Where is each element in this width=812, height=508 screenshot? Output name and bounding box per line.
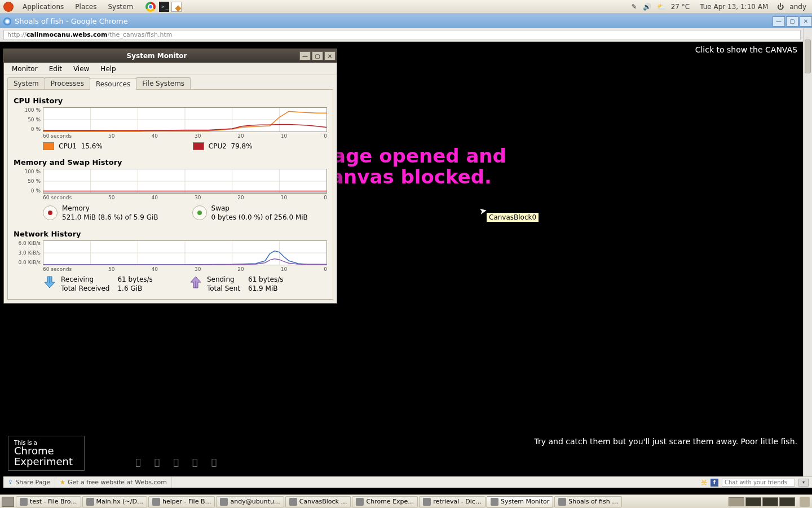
show-desktop-button[interactable] — [2, 497, 14, 507]
clock-label[interactable]: Tue Apr 13, 1:10 AM — [699, 3, 769, 11]
mem-legend: Memory521.0 MiB (8.6 %) of 5.9 GiB Swap0… — [43, 204, 327, 222]
trash-icon[interactable] — [800, 497, 810, 507]
menu-edit[interactable]: Edit — [45, 64, 67, 74]
chat-input[interactable] — [722, 479, 795, 487]
taskbar-item-label: Shoals of fish … — [568, 498, 618, 505]
user-menu[interactable]: andy — [788, 3, 807, 11]
swap-detail: 0 bytes (0.0 %) of 256.0 MiB — [211, 213, 308, 222]
tab-processes[interactable]: Processes — [45, 77, 90, 89]
chat-dropdown-button[interactable]: ▾ — [798, 479, 809, 487]
ubuntu-logo-icon[interactable] — [3, 2, 14, 12]
url-path: /the_canvas/fish.htm — [108, 31, 173, 38]
workspace-switcher[interactable] — [729, 497, 797, 506]
recv-total-label: Total Received — [61, 284, 117, 294]
scrollbar-thumb[interactable] — [805, 40, 811, 73]
chrome-experiment-badge[interactable]: This is a Chrome Experiment — [8, 436, 85, 471]
app-icon — [86, 498, 94, 506]
menu-help[interactable]: Help — [96, 64, 120, 74]
memory-detail: 521.0 MiB (8.6 %) of 5.9 GiB — [62, 213, 158, 222]
notification-icon[interactable]: ✎ — [630, 3, 638, 11]
chrome-window-title: Shoals of fish - Google Chrome — [15, 17, 128, 25]
app-icon — [152, 498, 160, 506]
window-minimize-button[interactable]: — — [773, 16, 785, 27]
chrome-window-titlebar: Shoals of fish - Google Chrome — ▢ ✕ — [0, 14, 812, 28]
power-icon[interactable]: ⏻ — [776, 3, 785, 11]
net-legend: Receiving61 bytes/sTotal Received1.6 GiB… — [43, 275, 327, 294]
menu-view[interactable]: View — [69, 64, 94, 74]
net-y-axis: 6.0 KiB/s3.0 KiB/s0.0 KiB/s — [14, 240, 43, 265]
workspace-3[interactable] — [762, 497, 778, 506]
taskbar-item[interactable]: andy@ubuntu… — [216, 496, 284, 507]
weather-icon[interactable]: ⛅ — [656, 3, 667, 11]
taskbar-item[interactable]: CanvasBlock … — [285, 496, 351, 507]
page-scrollbar[interactable] — [803, 28, 812, 488]
sysmon-maximize-button[interactable]: ▢ — [312, 51, 323, 60]
fish-silhouettes: 𓆟𓆝𓆟𓆝𓆟 — [135, 457, 230, 467]
menu-system[interactable]: System — [102, 3, 139, 11]
chat-widget[interactable]: 웃 f ▾ — [701, 478, 809, 487]
taskbar-item[interactable]: Chrome Expe… — [352, 496, 418, 507]
gnome-top-panel: Applications Places System ＞_ ✎ 🔊 ⛅ 27 °… — [0, 0, 812, 14]
send-total: 61.9 MiB — [248, 284, 291, 294]
taskbar-item[interactable]: Main.hx (~/D… — [82, 496, 147, 507]
taskbar-item-label: andy@ubuntu… — [230, 498, 280, 505]
workspace-2[interactable] — [745, 497, 761, 506]
taskbar-item-label: Main.hx (~/D… — [96, 498, 143, 505]
window-maximize-button[interactable]: ▢ — [786, 16, 798, 27]
get-website-link[interactable]: ★Get a free website at Webs.com — [55, 477, 172, 488]
sysmon-tabs: System Processes Resources File Systems — [4, 75, 337, 89]
tab-filesystems[interactable]: File Systems — [136, 77, 191, 89]
sysmon-body: CPU History 100 %50 %0 % 60 seconds50403… — [7, 89, 333, 300]
net-x-axis: 60 seconds50403020100 — [43, 266, 327, 272]
workspace-4[interactable] — [779, 497, 795, 506]
tab-system[interactable]: System — [7, 77, 45, 89]
mem-history-title: Memory and Swap History — [14, 158, 327, 167]
app-icon — [491, 498, 498, 506]
cpu-history-title: CPU History — [14, 97, 327, 105]
taskbar-item[interactable]: System Monitor — [487, 496, 553, 507]
taskbar-item[interactable]: helper - File B… — [148, 496, 215, 507]
temperature-label: 27 °C — [670, 3, 691, 11]
swap-gauge-icon — [192, 205, 207, 220]
download-arrow-icon — [43, 275, 56, 289]
swap-label: Swap — [211, 204, 308, 213]
address-bar[interactable]: http://calinmocanu.webs.com/the_canvas/f… — [3, 30, 801, 40]
tab-resources[interactable]: Resources — [90, 78, 136, 90]
app-icon — [289, 498, 297, 506]
menu-monitor[interactable]: Monitor — [7, 64, 42, 74]
share-label: Share Page — [15, 479, 50, 486]
sysmon-close-button[interactable]: ✕ — [324, 51, 336, 60]
chrome-launcher-icon[interactable] — [145, 2, 156, 12]
mem-history-chart — [43, 169, 327, 194]
send-total-label: Total Sent — [207, 284, 248, 294]
taskbar-item[interactable]: Shoals of fish … — [554, 496, 622, 507]
taskbar-item[interactable]: retrieval - Dic… — [419, 496, 486, 507]
taskbar-item-label: helper - File B… — [162, 498, 211, 505]
cpu2-label: CPU2 79.8% — [209, 142, 253, 150]
cpu1-label: CPU1 15.6% — [59, 142, 103, 150]
gedit-launcher-icon[interactable] — [171, 2, 182, 12]
star-icon: ★ — [60, 479, 65, 486]
cpu-y-axis: 100 %50 %0 % — [14, 107, 43, 132]
window-close-button[interactable]: ✕ — [800, 16, 812, 27]
workspace-1[interactable] — [729, 497, 744, 506]
menu-applications[interactable]: Applications — [17, 3, 69, 11]
mem-y-axis: 100 %50 %0 % — [14, 169, 43, 194]
send-rate: 61 bytes/s — [248, 275, 291, 284]
taskbar-item[interactable]: test - File Bro… — [16, 496, 81, 507]
system-monitor-window: System Monitor — ▢ ✕ Monitor Edit View H… — [3, 49, 337, 304]
terminal-launcher-icon[interactable]: ＞_ — [159, 2, 169, 12]
sysmon-minimize-button[interactable]: — — [299, 51, 311, 60]
taskbar-item-label: retrieval - Dic… — [433, 498, 482, 505]
show-canvas-link[interactable]: Click to show the CANVAS — [695, 45, 797, 54]
share-page-button[interactable]: ⇪Share Page — [3, 477, 55, 488]
cpu-x-axis: 60 seconds50403020100 — [43, 133, 327, 139]
app-icon — [20, 498, 28, 506]
cpu1-swatch — [43, 142, 54, 150]
sysmon-title-label: System Monitor — [15, 52, 298, 60]
volume-icon[interactable]: 🔊 — [642, 3, 652, 11]
memory-gauge-icon — [43, 205, 58, 220]
menu-places[interactable]: Places — [69, 3, 102, 11]
recv-rate: 61 bytes/s — [117, 275, 160, 284]
sysmon-titlebar[interactable]: System Monitor — ▢ ✕ — [4, 49, 337, 63]
